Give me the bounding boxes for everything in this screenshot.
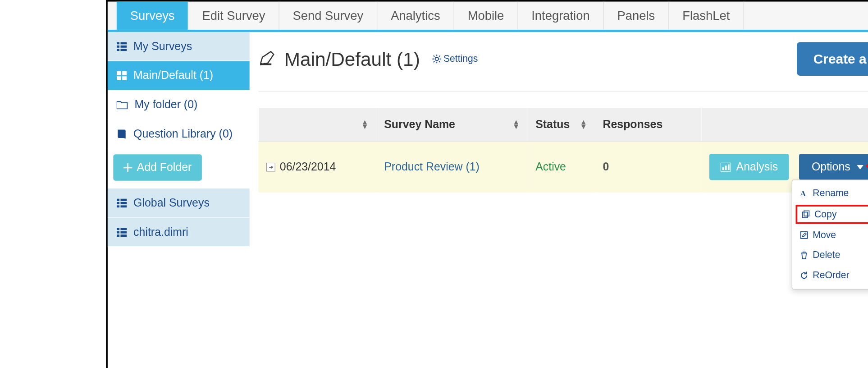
- svg-rect-7: [122, 71, 127, 75]
- svg-rect-0: [117, 42, 119, 44]
- svg-line-28: [434, 55, 434, 56]
- dropdown-item-label: Delete: [813, 250, 840, 261]
- svg-text:A: A: [800, 190, 806, 198]
- dropdown-item-label: Rename: [813, 188, 849, 199]
- sidebar-item-label: Main/Default (1): [133, 69, 213, 82]
- trash-icon: [800, 251, 808, 259]
- svg-rect-40: [801, 232, 808, 239]
- add-folder-label: Add Folder: [137, 161, 192, 174]
- svg-rect-35: [725, 165, 727, 170]
- svg-rect-19: [121, 231, 127, 233]
- svg-line-30: [434, 61, 434, 62]
- tab-surveys[interactable]: Surveys: [117, 2, 188, 30]
- survey-table: ▲▼ Survey Name ▲▼ Status ▲▼ Responses: [259, 108, 868, 193]
- settings-label: Settings: [443, 53, 478, 64]
- refresh-icon: [800, 271, 808, 279]
- copy-icon: [802, 211, 810, 218]
- svg-rect-34: [722, 167, 724, 170]
- app-frame: Surveys Edit Survey Send Survey Analytic…: [106, 0, 868, 368]
- svg-rect-14: [117, 205, 119, 207]
- svg-rect-21: [121, 234, 127, 236]
- svg-rect-2: [117, 45, 119, 47]
- svg-point-23: [435, 57, 438, 60]
- sidebar-question-library[interactable]: Question Library (0): [108, 120, 250, 149]
- sidebar-item-label: Question Library (0): [133, 127, 233, 140]
- svg-rect-5: [121, 49, 127, 51]
- dropdown-item-label: ReOrder: [813, 270, 849, 281]
- options-label: Options: [812, 161, 850, 174]
- row-date: 06/23/2014: [280, 161, 336, 174]
- sidebar-my-folder[interactable]: My folder (0): [108, 90, 250, 120]
- dropdown-item-label: Copy: [814, 209, 836, 220]
- sidebar-my-surveys[interactable]: My Surveys: [108, 32, 250, 61]
- col-survey-name[interactable]: Survey Name ▲▼: [376, 108, 528, 141]
- tab-panels[interactable]: Panels: [604, 2, 669, 30]
- status-label: Active: [535, 161, 566, 173]
- edit-icon: [259, 51, 275, 67]
- col-responses-label: Responses: [603, 118, 663, 130]
- options-button[interactable]: Options: [799, 154, 868, 180]
- dropdown-delete[interactable]: Delete: [793, 245, 868, 266]
- sidebar-user[interactable]: chitra.dimri: [108, 218, 250, 247]
- tab-send-survey[interactable]: Send Survey: [279, 2, 378, 30]
- tab-flashlet[interactable]: FlashLet: [669, 2, 744, 30]
- folder-icon: [117, 100, 128, 109]
- table-row: 06/23/2014 Product Review (1) Active 0: [259, 141, 868, 193]
- edit-icon: [800, 231, 808, 239]
- responses-value: 0: [603, 161, 609, 173]
- list-icon: [117, 42, 127, 51]
- col-status-label: Status: [535, 118, 570, 130]
- top-nav: Surveys Edit Survey Send Survey Analytic…: [108, 2, 868, 32]
- page-title-text: Main/Default (1): [284, 48, 420, 70]
- dropdown-reorder[interactable]: ReOrder: [793, 266, 868, 286]
- tab-edit-survey[interactable]: Edit Survey: [188, 2, 279, 30]
- sort-icon: ▲▼: [512, 120, 520, 129]
- options-wrap: Options: [799, 154, 868, 180]
- add-folder-button[interactable]: Add Folder: [113, 154, 201, 180]
- sidebar: My Surveys Main/Default (1) My folder (0…: [108, 32, 250, 247]
- book-icon: [117, 129, 127, 139]
- sidebar-main-default[interactable]: Main/Default (1): [108, 61, 250, 91]
- svg-rect-10: [117, 198, 119, 201]
- analysis-button[interactable]: Analysis: [709, 154, 789, 180]
- svg-rect-17: [121, 228, 127, 230]
- row-actions: Analysis Options: [709, 154, 868, 180]
- dropdown-rename[interactable]: A Rename: [793, 184, 868, 204]
- svg-rect-36: [728, 164, 730, 170]
- tab-analytics[interactable]: Analytics: [377, 2, 454, 30]
- svg-rect-12: [117, 202, 119, 204]
- col-date[interactable]: ▲▼: [259, 108, 376, 141]
- svg-line-31: [439, 55, 440, 56]
- sidebar-item-label: My Surveys: [133, 40, 192, 53]
- add-folder-area: Add Folder: [108, 149, 250, 189]
- sidebar-global-surveys[interactable]: Global Surveys: [108, 189, 250, 218]
- dropdown-move[interactable]: Move: [793, 225, 868, 245]
- col-name-label: Survey Name: [384, 118, 455, 130]
- sort-icon: ▲▼: [361, 120, 368, 129]
- main-content: Main/Default (1) Settings Create a New S…: [250, 32, 868, 247]
- list-icon: [117, 198, 127, 207]
- font-icon: A: [800, 190, 808, 198]
- analysis-label: Analysis: [736, 161, 778, 174]
- svg-rect-4: [117, 49, 119, 51]
- col-status[interactable]: Status ▲▼: [528, 108, 595, 141]
- create-survey-button[interactable]: Create a New Survey: [796, 42, 868, 76]
- svg-rect-15: [121, 205, 127, 207]
- sidebar-item-label: My folder (0): [135, 98, 198, 111]
- col-responses: Responses: [595, 108, 701, 141]
- tab-integration[interactable]: Integration: [518, 2, 603, 30]
- sidebar-item-label: Global Surveys: [133, 196, 210, 209]
- svg-rect-8: [117, 76, 121, 80]
- svg-rect-18: [117, 231, 119, 233]
- settings-link[interactable]: Settings: [432, 53, 478, 64]
- svg-rect-9: [122, 76, 127, 80]
- svg-rect-38: [803, 212, 808, 217]
- options-dropdown: A Rename Copy: [792, 179, 868, 290]
- grid-icon: [117, 71, 127, 80]
- col-actions: [701, 108, 868, 141]
- dropdown-copy[interactable]: Copy: [796, 205, 868, 224]
- svg-rect-6: [117, 71, 121, 75]
- survey-name-link[interactable]: Product Review (1): [384, 161, 480, 173]
- tab-mobile[interactable]: Mobile: [454, 2, 518, 30]
- move-handle-icon[interactable]: [266, 162, 275, 171]
